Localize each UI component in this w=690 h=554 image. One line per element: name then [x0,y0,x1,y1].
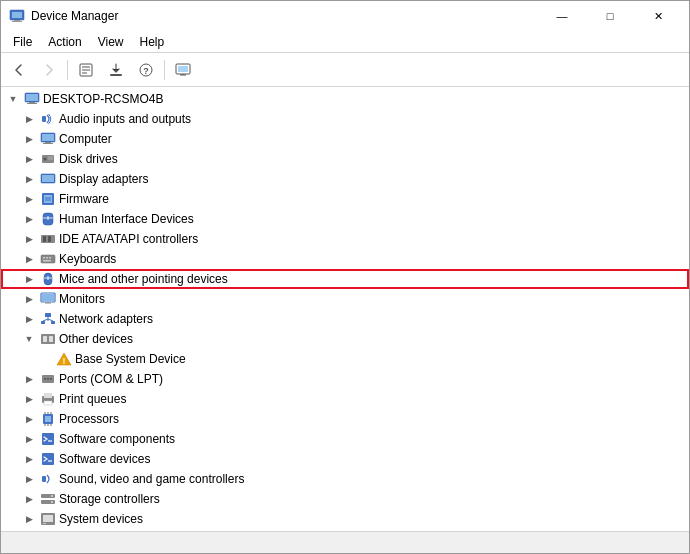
root-expand[interactable]: ▼ [5,91,21,107]
keyboard-icon [40,251,56,267]
print-icon [40,391,56,407]
firmware-expand[interactable]: ▶ [21,191,37,207]
sound-expand[interactable]: ▶ [21,471,37,487]
tree-item-ports[interactable]: ▶ Ports (COM & LPT) [1,369,689,389]
properties-icon [78,62,94,78]
maximize-button[interactable]: □ [587,1,633,31]
tree-item-monitors[interactable]: ▶ Monitors [1,289,689,309]
mice-expand[interactable]: ▶ [21,271,37,287]
disk-label: Disk drives [59,152,118,166]
disk-expand[interactable]: ▶ [21,151,37,167]
tree-item-sound[interactable]: ▶ Sound, video and game controllers [1,469,689,489]
tree-item-hid[interactable]: ▶ Human Interface Devices [1,209,689,229]
menu-help[interactable]: Help [132,31,173,53]
keyboard-expand[interactable]: ▶ [21,251,37,267]
tree-item-other[interactable]: ▼ Other devices [1,329,689,349]
tree-item-ide[interactable]: ▶ IDE ATA/ATAPI controllers [1,229,689,249]
tree-item-print[interactable]: ▶ Print queues [1,389,689,409]
print-expand[interactable]: ▶ [21,391,37,407]
ports-expand[interactable]: ▶ [21,371,37,387]
hid-expand[interactable]: ▶ [21,211,37,227]
tree-item-system[interactable]: ▶ System devices [1,509,689,529]
mice-icon [40,271,56,287]
display-expand[interactable]: ▶ [21,171,37,187]
sound-label: Sound, video and game controllers [59,472,244,486]
back-button[interactable] [5,57,33,83]
tree-item-software-comp[interactable]: ▶ Software components [1,429,689,449]
menu-action[interactable]: Action [40,31,89,53]
minimize-button[interactable]: — [539,1,585,31]
storage-expand[interactable]: ▶ [21,491,37,507]
software-comp-expand[interactable]: ▶ [21,431,37,447]
ide-label: IDE ATA/ATAPI controllers [59,232,198,246]
svg-rect-18 [27,103,37,104]
network-label: Network adapters [59,312,153,326]
svg-point-85 [51,495,53,497]
menu-view[interactable]: View [90,31,132,53]
other-label: Other devices [59,332,133,346]
firmware-icon [40,191,56,207]
toolbar-separator-1 [67,60,68,80]
software-dev-expand[interactable]: ▶ [21,451,37,467]
forward-icon [41,62,57,78]
network-expand[interactable]: ▶ [21,311,37,327]
forward-button[interactable] [35,57,63,83]
help-button[interactable]: ? [132,57,160,83]
tree-content[interactable]: ▼ DESKTOP-RCSMO4B ▶ [1,87,689,531]
svg-rect-49 [42,294,54,301]
display-label: Display adapters [59,172,148,186]
toolbar-separator-2 [164,60,165,80]
svg-rect-88 [43,515,53,522]
svg-rect-43 [49,257,51,259]
svg-rect-40 [41,255,55,263]
svg-rect-39 [48,236,51,242]
audio-label: Audio inputs and outputs [59,112,191,126]
tree-item-processors[interactable]: ▶ Processors [1,409,689,429]
computer-label: Computer [59,132,112,146]
tree-item-mice[interactable]: ▶ Mice and other pointing devices [1,269,689,289]
svg-rect-38 [43,236,46,242]
tree-item-storage[interactable]: ▶ Storage controllers [1,489,689,509]
monitors-expand[interactable]: ▶ [21,291,37,307]
svg-rect-60 [49,336,53,342]
tree-item-base-system[interactable]: ▶ ! Base System Device [1,349,689,369]
tree-item-software-dev[interactable]: ▶ Software devices [1,449,689,469]
svg-point-65 [47,378,49,380]
tree-item-computer[interactable]: ▶ Computer [1,129,689,149]
update-driver-button[interactable] [102,57,130,83]
tree-item-audio[interactable]: ▶ Audio inputs and outputs [1,109,689,129]
software-dev-icon [40,451,56,467]
tree-root[interactable]: ▼ DESKTOP-RCSMO4B [1,89,689,109]
back-icon [11,62,27,78]
svg-rect-31 [44,195,52,203]
disk-icon [40,151,56,167]
other-expand[interactable]: ▼ [21,331,37,347]
processors-expand[interactable]: ▶ [21,411,37,427]
system-expand[interactable]: ▶ [21,511,37,527]
tree-item-firmware[interactable]: ▶ Firmware [1,189,689,209]
menu-file[interactable]: File [5,31,40,53]
monitors-label: Monitors [59,292,105,306]
computer-expand[interactable]: ▶ [21,131,37,147]
properties-button[interactable] [72,57,100,83]
tree-item-keyboard[interactable]: ▶ Keyboards [1,249,689,269]
tree-item-disk[interactable]: ▶ Disk drives [1,149,689,169]
ide-expand[interactable]: ▶ [21,231,37,247]
audio-expand[interactable]: ▶ [21,111,37,127]
tree-item-network[interactable]: ▶ Network adapters [1,309,689,329]
svg-rect-1 [12,12,22,18]
tree-item-display[interactable]: ▶ Display adapters [1,169,689,189]
print-label: Print queues [59,392,126,406]
display-button[interactable] [169,57,197,83]
network-icon [40,311,56,327]
svg-rect-23 [43,143,53,144]
toolbar: ? [1,53,689,87]
storage-icon [40,491,56,507]
svg-line-57 [48,319,53,321]
close-button[interactable]: ✕ [635,1,681,31]
monitor-icon [40,291,56,307]
svg-rect-68 [44,393,52,398]
processors-label: Processors [59,412,119,426]
firmware-label: Firmware [59,192,109,206]
ports-icon [40,371,56,387]
